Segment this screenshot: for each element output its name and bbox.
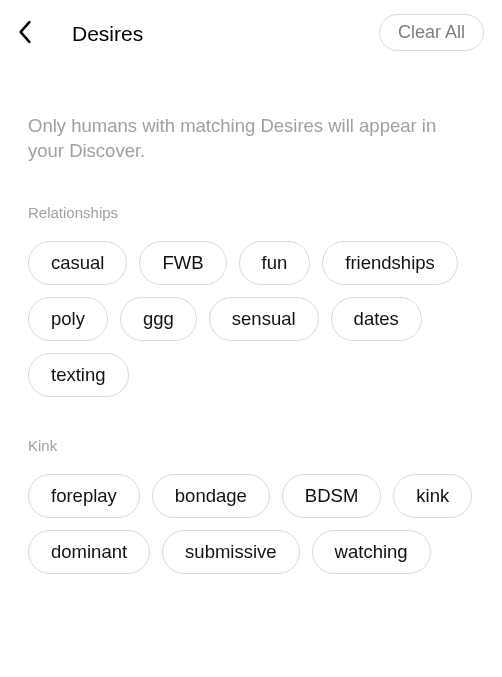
filter-chip[interactable]: watching: [312, 530, 431, 574]
section-title: Kink: [28, 437, 474, 454]
chevron-left-icon: [18, 20, 32, 48]
filter-chip[interactable]: dominant: [28, 530, 150, 574]
clear-all-button[interactable]: Clear All: [379, 14, 484, 51]
section: KinkforeplaybondageBDSMkinkdominantsubmi…: [0, 437, 502, 574]
chip-row: foreplaybondageBDSMkinkdominantsubmissiv…: [28, 474, 474, 574]
filter-chip[interactable]: ggg: [120, 297, 197, 341]
header: Desires Clear All: [0, 0, 502, 64]
section-title: Relationships: [28, 204, 474, 221]
filter-chip[interactable]: FWB: [139, 241, 226, 285]
section: RelationshipscasualFWBfunfriendshipspoly…: [0, 204, 502, 397]
filter-chip[interactable]: BDSM: [282, 474, 381, 518]
filter-chip[interactable]: casual: [28, 241, 127, 285]
filter-chip[interactable]: fun: [239, 241, 311, 285]
filter-chip[interactable]: kink: [393, 474, 472, 518]
filter-chip[interactable]: submissive: [162, 530, 300, 574]
back-button[interactable]: [18, 16, 54, 52]
chip-row: casualFWBfunfriendshipspolygggsensualdat…: [28, 241, 474, 397]
filter-chip[interactable]: poly: [28, 297, 108, 341]
filter-chip[interactable]: texting: [28, 353, 129, 397]
page-title: Desires: [72, 22, 143, 46]
filter-chip[interactable]: friendships: [322, 241, 457, 285]
filter-chip[interactable]: bondage: [152, 474, 270, 518]
description-text: Only humans with matching Desires will a…: [0, 64, 502, 164]
filter-chip[interactable]: dates: [331, 297, 422, 341]
filter-chip[interactable]: foreplay: [28, 474, 140, 518]
filter-chip[interactable]: sensual: [209, 297, 319, 341]
